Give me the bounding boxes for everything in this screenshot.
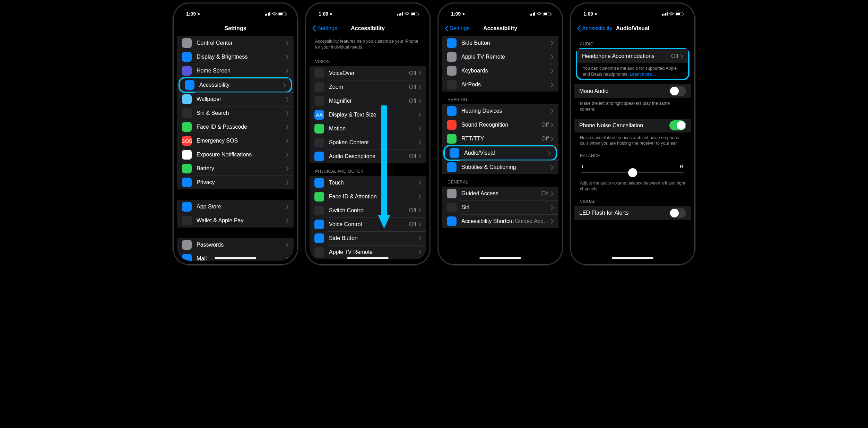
row-emergency-sos[interactable]: SOSEmergency SOS (177, 134, 294, 148)
home-indicator[interactable] (347, 257, 389, 259)
row-hearing-devices[interactable]: Hearing Devices (442, 104, 558, 118)
row-touch[interactable]: Touch (310, 176, 426, 190)
app-icon (447, 134, 457, 144)
row-spoken-content[interactable]: Spoken Content (310, 136, 426, 149)
row-audio-visual[interactable]: Audio/Visual (443, 145, 557, 161)
row-label: Battery (197, 165, 286, 172)
row-rtt-tty[interactable]: RTT/TTYOff (442, 132, 558, 146)
row-mail[interactable]: Mail (177, 252, 294, 261)
row-accessibility-shortcut[interactable]: Accessibility ShortcutGuided Acc… (442, 214, 558, 228)
row-display-text-size[interactable]: AADisplay & Text Size (310, 108, 426, 122)
slider-thumb[interactable] (628, 168, 637, 177)
audio-visual-list[interactable]: AUDIO Headphone Accommodations Off You c… (574, 36, 691, 261)
row-apple-tv-remote[interactable]: Apple TV Remote (310, 245, 426, 259)
home-indicator[interactable] (612, 257, 653, 259)
led-flash-toggle[interactable] (669, 208, 686, 218)
row-home-screen[interactable]: Home Screen (177, 64, 294, 78)
row-exposure-notifications[interactable]: Exposure Notifications (177, 148, 294, 162)
row-label: Voice Control (329, 221, 409, 228)
chevron-right-icon (418, 99, 421, 103)
row-siri[interactable]: Siri (442, 200, 558, 214)
page-title: Settings (224, 25, 246, 32)
row-side-button[interactable]: Side Button (442, 36, 558, 50)
chevron-right-icon (286, 41, 289, 45)
row-airpods[interactable]: AirPods (442, 78, 558, 92)
row-sound-recognition[interactable]: Sound RecognitionOff (442, 118, 558, 132)
row-voice-control[interactable]: Voice ControlOff (310, 217, 426, 231)
row-label: Audio/Visual (464, 150, 548, 156)
chevron-left-icon (577, 25, 581, 32)
row-label: Face ID & Attention (329, 194, 418, 200)
learn-more-link[interactable]: Learn more… (630, 72, 656, 77)
led-flash-row[interactable]: LED Flash for Alerts (574, 206, 691, 220)
noise-cancel-row[interactable]: Phone Noise Cancellation (574, 119, 691, 132)
noise-cancel-toggle[interactable] (669, 120, 686, 130)
back-button[interactable]: Settings (445, 21, 470, 36)
row-label: Face ID & Passcode (197, 124, 286, 130)
row-zoom[interactable]: ZoomOff (310, 80, 426, 94)
row-label: Guided Access (461, 190, 541, 197)
status-time: 1:09 (186, 11, 196, 17)
chevron-right-icon (551, 41, 554, 45)
chevron-right-icon (286, 166, 289, 171)
app-icon (447, 189, 457, 198)
row-label: Keyboards (461, 68, 551, 74)
row-keyboards[interactable]: Keyboards (442, 64, 558, 78)
chevron-right-icon (418, 126, 421, 131)
row-label: Privacy (197, 179, 286, 186)
hearing-header: HEARING (442, 92, 558, 104)
row-value: Guided Acc… (515, 218, 549, 224)
row-value: Off (671, 53, 678, 59)
app-icon (447, 216, 457, 226)
phone-frame-3: 1:09 ➤ Settings Accessibility Side Butto… (439, 3, 562, 264)
accessibility-list[interactable]: Accessibility features help you customiz… (310, 36, 426, 261)
row-guided-access[interactable]: Guided AccessOn (442, 187, 558, 200)
row-face-id-attention[interactable]: Face ID & Attention (310, 190, 426, 204)
accessibility-description: Accessibility features help you customiz… (310, 36, 426, 54)
row-passwords[interactable]: Passwords (177, 238, 294, 252)
row-side-button[interactable]: Side Button (310, 231, 426, 245)
visual-header: VISUAL (574, 194, 691, 206)
headphone-accommodations-row[interactable]: Headphone Accommodations Off (577, 49, 688, 63)
row-siri-search[interactable]: Siri & Search (177, 106, 294, 120)
row-audio-descriptions[interactable]: Audio DescriptionsOff (310, 149, 426, 163)
back-button[interactable]: Settings (312, 21, 337, 36)
row-label: Switch Control (329, 207, 409, 214)
app-icon (447, 80, 457, 89)
row-motion[interactable]: Motion (310, 122, 426, 136)
balance-slider[interactable] (581, 172, 684, 173)
row-control-center[interactable]: Control Center (177, 36, 294, 50)
row-app-store[interactable]: App Store (177, 200, 294, 214)
settings-list[interactable]: Control CenterDisplay & BrightnessHome S… (177, 36, 294, 261)
row-wallet-apple-pay[interactable]: Wallet & Apple Pay (177, 214, 294, 228)
row-label: LED Flash for Alerts (579, 210, 669, 216)
row-label: Touch (329, 180, 418, 186)
app-icon (182, 254, 192, 261)
app-icon (182, 52, 192, 62)
row-wallpaper[interactable]: Wallpaper (177, 92, 294, 106)
home-indicator[interactable] (479, 257, 521, 259)
row-label: Subtitles & Captioning (461, 164, 551, 170)
phone-frame-1: 1:09 ➤ Settings Control CenterDisplay & … (174, 3, 297, 264)
row-switch-control[interactable]: Switch ControlOff (310, 204, 426, 217)
row-apple-tv-remote[interactable]: Apple TV Remote (442, 50, 558, 64)
row-display-brightness[interactable]: Display & Brightness (177, 50, 294, 64)
home-indicator[interactable] (215, 257, 256, 259)
mono-audio-toggle[interactable] (669, 86, 686, 96)
chevron-right-icon (286, 125, 289, 129)
accessibility-list-scrolled[interactable]: Side ButtonApple TV RemoteKeyboardsAirPo… (442, 36, 558, 261)
row-label: Emergency SOS (197, 138, 286, 144)
row-accessibility[interactable]: Accessibility (179, 77, 292, 93)
row-label: Side Button (329, 235, 418, 241)
row-privacy[interactable]: Privacy (177, 176, 294, 189)
app-icon (314, 220, 324, 229)
row-voiceover[interactable]: VoiceOverOff (310, 66, 426, 80)
app-icon (182, 66, 192, 76)
row-face-id-passcode[interactable]: Face ID & Passcode (177, 120, 294, 134)
app-icon (447, 38, 457, 48)
row-subtitles-captioning[interactable]: Subtitles & Captioning (442, 160, 558, 174)
row-magnifier[interactable]: MagnifierOff (310, 94, 426, 108)
back-button[interactable]: Accessibility (577, 21, 612, 36)
row-battery[interactable]: Battery (177, 162, 294, 176)
mono-audio-row[interactable]: Mono Audio (574, 84, 691, 98)
